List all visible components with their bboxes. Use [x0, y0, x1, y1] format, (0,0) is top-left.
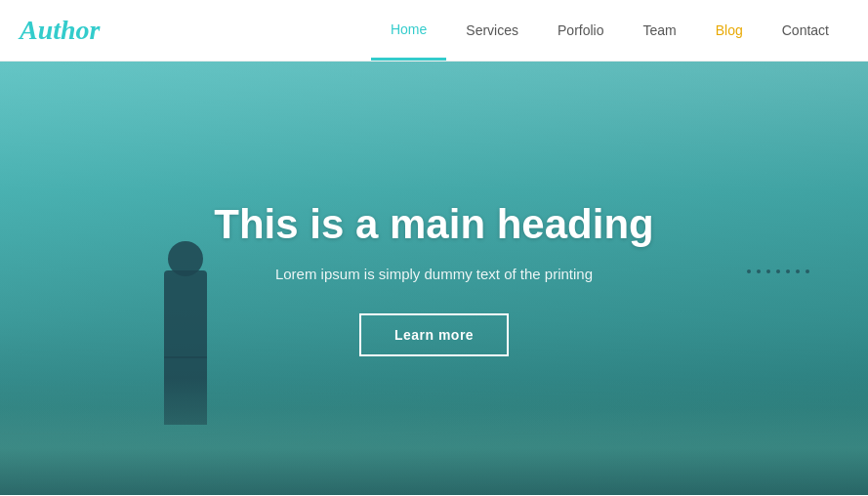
nav-item-blog[interactable]: Blog	[696, 0, 763, 61]
nav-item-home[interactable]: Home	[371, 0, 446, 61]
nav-item-contact[interactable]: Contact	[763, 0, 848, 61]
swimmer-dot	[776, 269, 780, 273]
hero-content: This is a main heading Lorem ipsum is si…	[214, 201, 653, 356]
swimmer-dot	[796, 269, 800, 273]
nav-link-services[interactable]: Services	[446, 0, 538, 61]
nav-link-home[interactable]: Home	[371, 0, 446, 61]
swimmer-dot	[766, 269, 770, 273]
swimmer-dot	[747, 269, 751, 273]
nav-link-contact[interactable]: Contact	[763, 0, 848, 61]
hero-subtext: Lorem ipsum is simply dummy text of the …	[214, 266, 653, 282]
nav-link-blog[interactable]: Blog	[696, 0, 763, 61]
learn-more-button[interactable]: Learn more	[359, 313, 509, 356]
horizon-swimmers	[747, 269, 809, 273]
hero-waves	[0, 378, 868, 495]
brand-logo[interactable]: Author	[20, 15, 371, 46]
nav-item-portfolio[interactable]: Porfolio	[538, 0, 623, 61]
nav-item-services[interactable]: Services	[446, 0, 538, 61]
swimmer-dot	[757, 269, 761, 273]
hero-heading: This is a main heading	[214, 201, 653, 248]
nav-link-portfolio[interactable]: Porfolio	[538, 0, 623, 61]
navbar: Author Home Services Porfolio Team Blog …	[0, 0, 868, 62]
hero-section: This is a main heading Lorem ipsum is si…	[0, 62, 868, 495]
person-body	[164, 270, 207, 358]
swimmer-dot	[786, 269, 790, 273]
nav-link-team[interactable]: Team	[623, 0, 695, 61]
swimmer-dot	[806, 269, 809, 273]
nav-menu: Home Services Porfolio Team Blog Contact	[371, 0, 848, 61]
nav-item-team[interactable]: Team	[623, 0, 695, 61]
